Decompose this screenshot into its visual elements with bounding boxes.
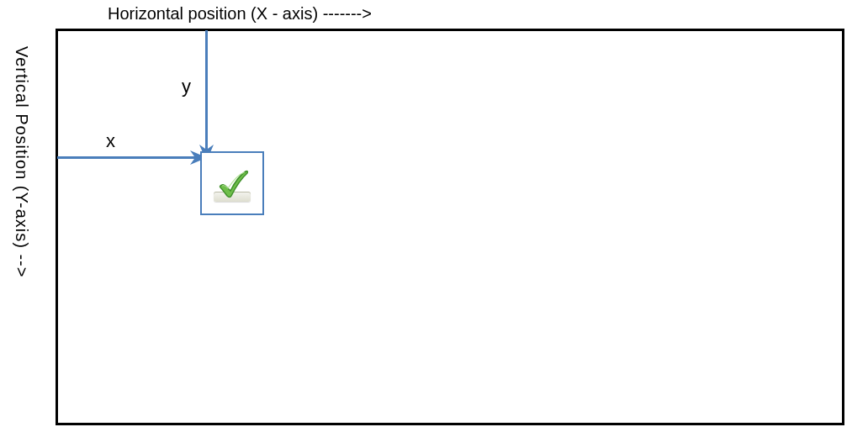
- checkmark-icon: [215, 167, 249, 199]
- positioned-element-box: [200, 151, 264, 215]
- x-coord-label: x: [106, 130, 115, 152]
- x-arrow-line: [57, 156, 196, 159]
- y-axis-title: Vertical Position (Y-axis) -->: [12, 46, 31, 277]
- y-arrow-line: [205, 30, 208, 151]
- y-coord-label: y: [182, 76, 191, 98]
- x-axis-title: Horizontal position (X - axis) ------->: [108, 4, 372, 24]
- check-button[interactable]: [212, 163, 252, 203]
- container-box: [56, 29, 844, 425]
